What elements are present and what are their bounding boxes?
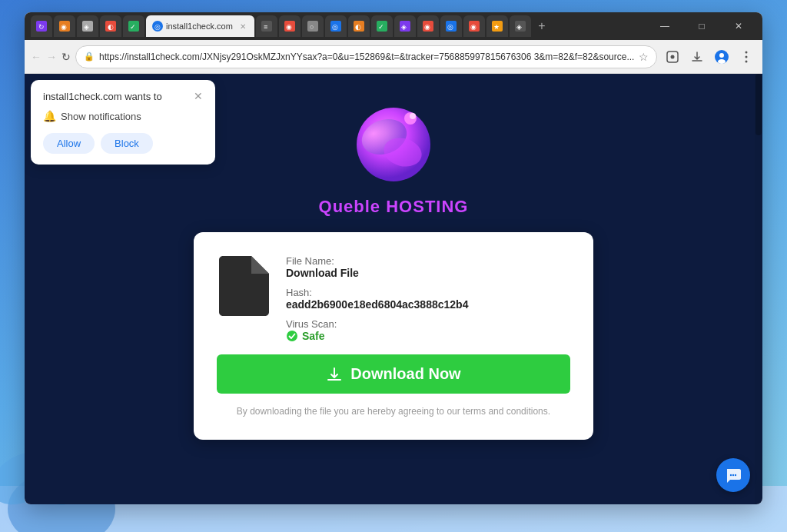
checkmark-icon (286, 330, 298, 342)
terms-text: By downloading the file you are hereby a… (217, 406, 570, 417)
svg-text:✓: ✓ (130, 23, 136, 31)
download-icon (326, 366, 343, 383)
svg-text:◎: ◎ (332, 23, 338, 31)
window-controls: — □ ✕ (647, 15, 756, 38)
virus-scan-label: Virus Scan: (286, 318, 468, 330)
tab-8[interactable]: ◉ (279, 15, 301, 37)
tab-16[interactable]: ◉ (463, 15, 485, 37)
svg-text:◎: ◎ (447, 23, 453, 31)
svg-point-45 (718, 59, 726, 64)
safe-badge: Safe (286, 330, 468, 342)
refresh-button[interactable]: ↻ (61, 46, 71, 68)
bell-icon: 🔔 (43, 110, 56, 122)
svg-text:↻: ↻ (38, 23, 45, 31)
safe-text: Safe (302, 330, 325, 342)
notification-description: Show notifications (61, 111, 141, 122)
svg-point-56 (732, 474, 734, 476)
block-button[interactable]: Block (101, 133, 153, 154)
tab-12[interactable]: ✓ (371, 15, 393, 37)
close-button[interactable]: ✕ (721, 15, 756, 38)
svg-point-44 (719, 53, 724, 58)
scrollbar-thumb[interactable] (755, 74, 762, 135)
svg-text:◈: ◈ (516, 23, 522, 31)
tab-7[interactable]: ≡ (256, 15, 277, 37)
download-button[interactable] (686, 46, 708, 68)
svg-text:◉: ◉ (61, 23, 67, 31)
hash-value: eadd2b6900e18ed6804ac3888c12b4 (286, 298, 468, 311)
logo-area: Queble HOSTING (319, 97, 469, 217)
tab-14[interactable]: ◉ (417, 15, 439, 37)
logo-text: Queble HOSTING (319, 197, 469, 217)
svg-text:≡: ≡ (264, 23, 267, 31)
notification-header: install1check.com wants to ✕ (43, 91, 203, 102)
download-btn-label: Download Now (350, 365, 460, 383)
svg-point-47 (745, 55, 748, 58)
logo-orb (347, 97, 440, 189)
back-button[interactable]: ← (31, 46, 42, 68)
address-bar[interactable]: 🔒 https://install1check.com/JXNjsy291Osk… (75, 45, 657, 68)
tab-active[interactable]: ◎ install1check.com ✕ (146, 15, 254, 37)
title-bar: ↻ ◉ ◈ ◐ ✓ ◎ install1check.com ✕ ≡ (25, 12, 762, 40)
new-tab-button[interactable]: + (533, 17, 551, 35)
active-tab-label: install1check.com (166, 22, 233, 31)
toolbar-actions (662, 46, 757, 68)
svg-point-54 (287, 331, 297, 341)
notification-buttons: Allow Block (43, 133, 203, 154)
svg-point-55 (730, 474, 732, 476)
tab-close-btn[interactable]: ✕ (237, 21, 248, 32)
lock-icon: 🔒 (84, 52, 95, 62)
allow-button[interactable]: Allow (43, 133, 95, 154)
page-content: install1check.com wants to ✕ 🔔 Show noti… (25, 74, 762, 504)
svg-text:◐: ◐ (355, 23, 361, 31)
tab-1[interactable]: ↻ (31, 15, 52, 37)
filename-value: Download File (286, 267, 468, 279)
tab-11[interactable]: ◐ (348, 15, 370, 37)
svg-text:◐: ◐ (108, 23, 114, 31)
virus-scan-group: Virus Scan: Safe (286, 318, 468, 342)
svg-text:◉: ◉ (424, 23, 430, 31)
svg-text:◉: ◉ (286, 23, 292, 31)
svg-point-48 (745, 60, 748, 62)
tab-18[interactable]: ◈ (510, 15, 531, 37)
tab-17[interactable]: ★ (486, 15, 508, 37)
profile-button[interactable] (711, 46, 732, 68)
svg-text:◎: ◎ (154, 23, 161, 31)
svg-point-42 (671, 55, 675, 58)
file-details: File Name: Download File Hash: eadd2b690… (286, 255, 468, 342)
svg-point-57 (735, 474, 736, 476)
filename-label: File Name: (286, 255, 468, 267)
tab-3[interactable]: ◈ (77, 15, 98, 37)
svg-text:○: ○ (310, 23, 314, 31)
filename-group: File Name: Download File (286, 255, 468, 279)
tab-9[interactable]: ○ (302, 15, 324, 37)
minimize-button[interactable]: — (647, 15, 682, 38)
card-info-row: File Name: Download File Hash: eadd2b690… (217, 255, 570, 342)
tab-13[interactable]: ◈ (394, 15, 416, 37)
forward-button[interactable]: → (46, 46, 57, 68)
notification-close-btn[interactable]: ✕ (194, 91, 203, 101)
bookmark-icon[interactable]: ☆ (639, 51, 649, 63)
hash-label: Hash: (286, 287, 468, 298)
file-icon-wrap (217, 255, 271, 317)
file-icon (219, 256, 269, 316)
hash-group: Hash: eadd2b6900e18ed6804ac3888c12b4 (286, 287, 468, 311)
svg-text:◈: ◈ (84, 23, 89, 31)
svg-text:◈: ◈ (401, 23, 407, 31)
chat-bubble-button[interactable] (716, 458, 750, 492)
download-now-button[interactable]: Download Now (217, 354, 570, 394)
maximize-button[interactable]: □ (684, 15, 719, 38)
tab-15[interactable]: ◎ (440, 15, 462, 37)
scrollbar-track (755, 74, 762, 504)
tab-4[interactable]: ◐ (100, 15, 121, 37)
tab-10[interactable]: ◎ (325, 15, 347, 37)
url-text: https://install1check.com/JXNjsy291OskMZ… (99, 52, 634, 62)
svg-text:✓: ✓ (378, 23, 384, 31)
tab-5[interactable]: ✓ (123, 15, 144, 37)
tab-2[interactable]: ◉ (54, 15, 75, 37)
menu-button[interactable] (736, 46, 757, 68)
browser-window: ↻ ◉ ◈ ◐ ✓ ◎ install1check.com ✕ ≡ (25, 12, 762, 504)
extensions-button[interactable] (662, 46, 683, 68)
svg-point-53 (410, 113, 416, 119)
svg-text:◉: ◉ (470, 23, 477, 31)
notification-popup: install1check.com wants to ✕ 🔔 Show noti… (31, 80, 215, 165)
